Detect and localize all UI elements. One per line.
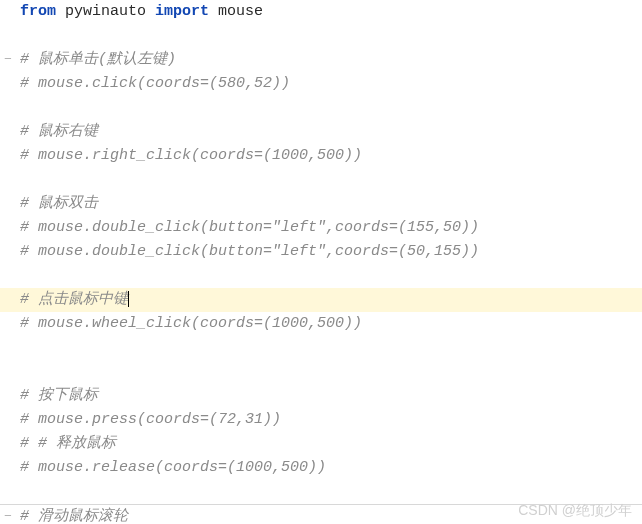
code-line: # 鼠标双击 [0,192,642,216]
code-line [0,96,642,120]
code-line: # mouse.wheel_click(coords=(1000,500)) [0,312,642,336]
code-line-active: # 点击鼠标中键 [0,288,642,312]
code-line: # mouse.press(coords=(72,31)) [0,408,642,432]
code-line: # 鼠标右键 [0,120,642,144]
text-caret [128,291,129,307]
code-line: # 按下鼠标 [0,384,642,408]
code-editor[interactable]: from pywinauto import mouse # 鼠标单击(默认左键)… [0,0,642,524]
code-line: # 鼠标单击(默认左键) [0,48,642,72]
code-line: # # 释放鼠标 [0,432,642,456]
code-line [0,480,642,504]
code-line: # mouse.right_click(coords=(1000,500)) [0,144,642,168]
code-line [0,360,642,384]
fold-icon[interactable] [0,48,16,72]
keyword-import: import [155,3,209,20]
keyword-from: from [20,3,56,20]
code-line [0,168,642,192]
code-line: # mouse.release(coords=(1000,500)) [0,456,642,480]
code-line [0,264,642,288]
code-line: # mouse.double_click(button="left",coord… [0,240,642,264]
code-line [0,336,642,360]
fold-icon[interactable] [0,505,16,524]
watermark-text: CSDN @绝顶少年 [518,502,632,520]
code-line [0,24,642,48]
code-line: # mouse.click(coords=(580,52)) [0,72,642,96]
code-line: from pywinauto import mouse [0,0,642,24]
code-line: # mouse.double_click(button="left",coord… [0,216,642,240]
